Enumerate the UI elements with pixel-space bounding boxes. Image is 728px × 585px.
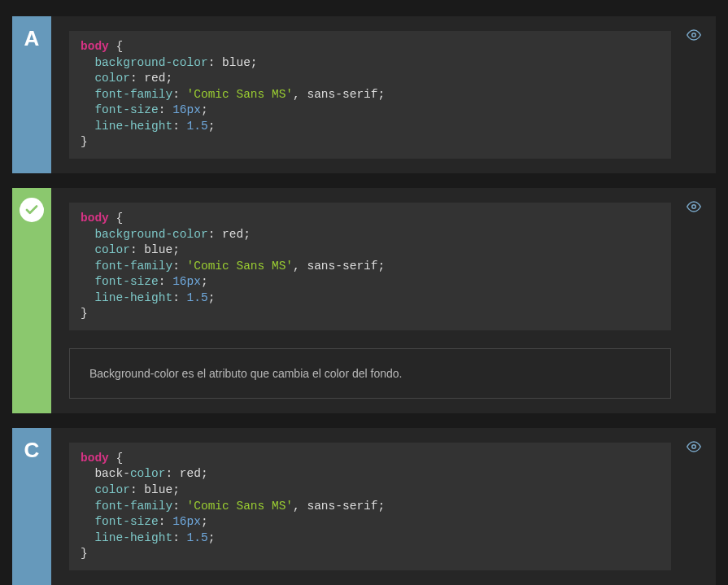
option-c: Cbody { back-color: red; color: blue; fo… [12, 428, 716, 585]
check-icon [20, 198, 44, 222]
option-content-b: body { background-color: red; color: blu… [51, 188, 716, 413]
preview-eye-icon[interactable] [687, 199, 701, 214]
option-badge-a[interactable]: A [12, 16, 51, 173]
badge-letter: A [24, 26, 40, 51]
preview-eye-icon[interactable] [687, 28, 701, 42]
svg-point-2 [692, 445, 696, 449]
option-content-a: body { background-color: blue; color: re… [51, 16, 716, 173]
svg-point-0 [692, 33, 696, 37]
option-content-c: body { back-color: red; color: blue; fon… [51, 428, 716, 585]
option-badge-b[interactable] [12, 188, 51, 413]
option-badge-c[interactable]: C [12, 428, 51, 585]
code-block-b: body { background-color: red; color: blu… [69, 203, 671, 330]
option-a: Abody { background-color: blue; color: r… [12, 16, 716, 173]
explanation-text: Background-color es el atributo que camb… [69, 348, 671, 399]
preview-eye-icon[interactable] [687, 439, 701, 454]
code-block-c: body { back-color: red; color: blue; fon… [69, 443, 671, 570]
svg-point-1 [692, 205, 696, 209]
code-block-a: body { background-color: blue; color: re… [69, 31, 671, 159]
option-b: body { background-color: red; color: blu… [12, 188, 716, 413]
badge-letter: C [24, 438, 40, 463]
